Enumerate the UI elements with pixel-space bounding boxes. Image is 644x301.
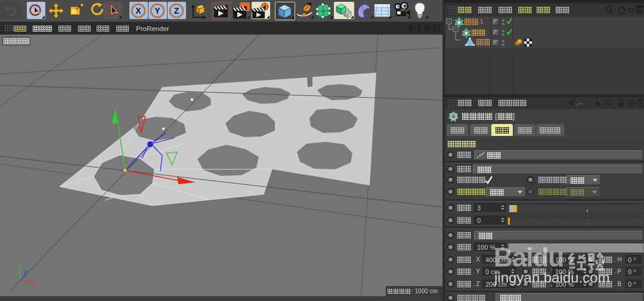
svg-text:X: X — [32, 280, 36, 286]
svg-text:Z: Z — [24, 269, 27, 275]
svg-text:Z: Z — [174, 6, 179, 15]
svg-text:Y: Y — [18, 263, 21, 269]
svg-text:X: X — [135, 6, 141, 15]
svg-text:Y: Y — [154, 6, 160, 15]
